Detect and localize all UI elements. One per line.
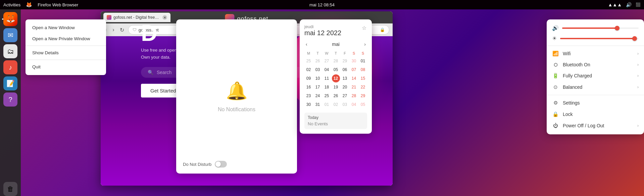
- cal-day-03b[interactable]: 03: [341, 101, 349, 109]
- wifi-status-icon[interactable]: ▲▲▲: [608, 2, 622, 7]
- dock-item-help[interactable]: ?: [3, 92, 17, 107]
- cal-day-18[interactable]: 18: [323, 83, 331, 91]
- power-off-icon: ⏻: [552, 123, 559, 128]
- cal-day-31[interactable]: 31: [314, 101, 322, 109]
- help-dock-icon: ?: [8, 96, 12, 104]
- cal-day-30a[interactable]: 30: [350, 57, 358, 65]
- cal-day-04b[interactable]: 04: [350, 101, 358, 109]
- cal-day-03[interactable]: 03: [314, 66, 322, 74]
- bluetooth-menu-label: Bluetooth On: [563, 62, 633, 67]
- forward-button[interactable]: ›: [111, 26, 115, 34]
- cal-day-21[interactable]: 21: [350, 83, 358, 91]
- cal-day-02b[interactable]: 02: [332, 101, 340, 109]
- bluetooth-menu-item[interactable]: ⬡ Bluetooth On ›: [547, 59, 644, 70]
- settings-menu-item[interactable]: ⚙ Settings: [547, 97, 644, 109]
- browser-tagline: Use free and open Own your data.: [141, 47, 177, 61]
- cal-day-28a[interactable]: 28: [332, 57, 340, 65]
- lock-menu-label: Lock: [563, 112, 639, 117]
- dock-item-music[interactable]: ♪: [3, 60, 17, 74]
- activities-button[interactable]: Activities: [3, 2, 20, 7]
- cal-day-26a[interactable]: 26: [314, 57, 322, 65]
- dnd-toggle[interactable]: [215, 161, 227, 168]
- dow-wed: W: [323, 50, 331, 56]
- cal-day-13[interactable]: 13: [341, 74, 349, 82]
- menu-item-new-private-window[interactable]: Open a New Private Window: [26, 33, 106, 44]
- browser-tab-active[interactable]: gofoss.net - Digital freed... ✕: [103, 13, 170, 22]
- power-profile-menu-item[interactable]: ⊙ Balanced ›: [547, 81, 644, 93]
- cal-day-11[interactable]: 11: [323, 74, 331, 82]
- cal-day-14[interactable]: 14: [350, 74, 358, 82]
- cal-day-16[interactable]: 16: [305, 83, 313, 91]
- wifi-menu-item[interactable]: 📶 Wifi ›: [547, 48, 644, 59]
- topbar-datetime[interactable]: mai 12 08:54: [309, 2, 335, 7]
- cal-day-30b[interactable]: 30: [305, 101, 313, 109]
- battery-menu-label: Fully Charged: [563, 73, 633, 78]
- cal-day-25a[interactable]: 25: [305, 57, 313, 65]
- music-dock-icon: ♪: [9, 64, 12, 71]
- cal-day-22[interactable]: 22: [359, 83, 367, 91]
- cal-day-28b[interactable]: 28: [350, 92, 358, 100]
- cal-day-27b[interactable]: 27: [341, 92, 349, 100]
- dock: 🦊 ✉ 🗂 ♪ 📝 ? 🗑: [0, 9, 21, 196]
- lock-menu-icon: 🔒: [552, 111, 559, 117]
- cal-day-02[interactable]: 02: [305, 66, 313, 74]
- cal-day-19[interactable]: 19: [332, 83, 340, 91]
- cal-day-27a[interactable]: 27: [323, 57, 331, 65]
- cal-day-10[interactable]: 10: [314, 74, 322, 82]
- menu-item-show-details[interactable]: Show Details: [26, 47, 106, 58]
- dock-item-files[interactable]: 🗂: [3, 44, 17, 58]
- cal-day-23[interactable]: 23: [305, 92, 313, 100]
- cal-day-12-today[interactable]: 12: [332, 74, 340, 82]
- cal-day-29b[interactable]: 29: [359, 92, 367, 100]
- tab-close-button[interactable]: ✕: [162, 15, 167, 20]
- cal-day-01[interactable]: 01: [359, 57, 367, 65]
- lock-menu-item[interactable]: 🔒 Lock: [547, 109, 644, 120]
- dock-item-writer[interactable]: 📝: [3, 76, 17, 90]
- power-off-arrow-icon: ›: [637, 123, 639, 128]
- dock-item-firefox[interactable]: 🦊: [3, 12, 17, 26]
- dock-item-trash[interactable]: 🗑: [3, 182, 17, 196]
- calendar-prev-button[interactable]: ‹: [304, 41, 309, 48]
- cal-day-01b[interactable]: 01: [323, 101, 331, 109]
- calendar-next-button[interactable]: ›: [363, 41, 367, 48]
- security-shield-icon: 🛡: [133, 27, 137, 32]
- topbar-right: ▲▲▲ 🔊 ⬛: [608, 2, 641, 7]
- cal-day-15[interactable]: 15: [359, 74, 367, 82]
- cal-day-09[interactable]: 09: [305, 74, 313, 82]
- dock-item-email[interactable]: ✉: [3, 28, 17, 42]
- battery-arrow-icon: ›: [637, 73, 639, 78]
- cal-day-07[interactable]: 07: [350, 66, 358, 74]
- settings-menu-label: Settings: [563, 100, 639, 106]
- battery-status-icon[interactable]: ⬛: [636, 2, 641, 7]
- calendar-events-section: Today No Events: [304, 113, 367, 129]
- cal-day-05b[interactable]: 05: [359, 101, 367, 109]
- volume-slider-row: 🔊: [547, 23, 644, 33]
- cal-day-20[interactable]: 20: [341, 83, 349, 91]
- toggle-knob: [215, 161, 221, 167]
- url-lock-icon: 🔒: [380, 27, 385, 32]
- brightness-slider[interactable]: [560, 38, 639, 39]
- cal-day-25b[interactable]: 25: [323, 92, 331, 100]
- cal-day-26b[interactable]: 26: [332, 92, 340, 100]
- cal-day-04[interactable]: 04: [323, 66, 331, 74]
- brightness-slider-row: ☀: [547, 33, 644, 44]
- firefox-context-menu: Open a New Window Open a New Private Win…: [26, 19, 106, 75]
- cal-day-06[interactable]: 06: [341, 66, 349, 74]
- volume-slider[interactable]: [562, 27, 639, 29]
- reload-button[interactable]: ↻: [118, 26, 126, 34]
- volume-status-icon[interactable]: 🔊: [626, 2, 632, 7]
- menu-item-new-window[interactable]: Open a New Window: [26, 22, 106, 33]
- cal-day-29a[interactable]: 29: [341, 57, 349, 65]
- cal-day-08[interactable]: 08: [359, 66, 367, 74]
- calendar-bookmark-button[interactable]: ☆: [362, 25, 366, 31]
- menu-item-quit[interactable]: Quit: [26, 61, 106, 72]
- cal-day-05[interactable]: 05: [332, 66, 340, 74]
- cal-day-24[interactable]: 24: [314, 92, 322, 100]
- power-off-menu-item[interactable]: ⏻ Power Off / Log Out ›: [547, 120, 644, 131]
- cal-day-17[interactable]: 17: [314, 83, 322, 91]
- no-events-label: No Events: [308, 121, 364, 126]
- battery-menu-item[interactable]: 🔋 Fully Charged ›: [547, 70, 644, 81]
- dow-sun: S: [359, 50, 367, 56]
- bluetooth-arrow-icon: ›: [637, 62, 639, 67]
- bluetooth-menu-icon: ⬡: [552, 62, 559, 67]
